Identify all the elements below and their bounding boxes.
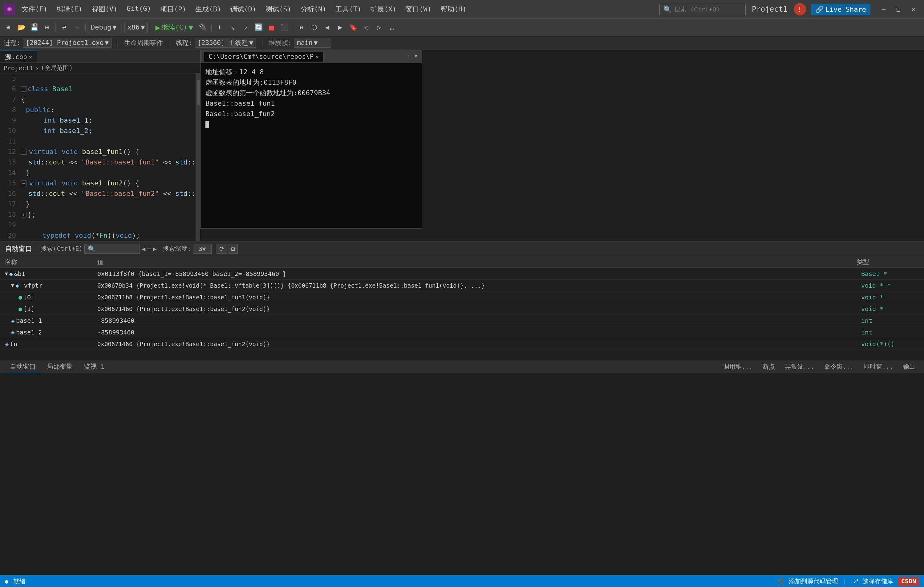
menu-view[interactable]: 视图(V) [87, 3, 122, 15]
tab-auto-window[interactable]: 自动窗口 [5, 360, 41, 373]
exceptions-button[interactable]: 异常设... [781, 361, 818, 372]
menu-bar: 文件(F) 编辑(E) 视图(V) Git(G) 项目(P) 生成(B) 调试(… [17, 3, 470, 15]
menu-tools[interactable]: 工具(T) [331, 3, 366, 15]
depth-input[interactable]: 3 ▼ [193, 244, 211, 254]
row-name: &b1 [14, 270, 25, 277]
console-line-3: 虚函数表的第一个函数地址为:00679B34 [205, 88, 417, 98]
debug-config-dropdown[interactable]: Debug ▼ [88, 22, 119, 33]
editor-tab-close-icon[interactable]: ✕ [29, 54, 32, 60]
tab-local-vars[interactable]: 局部变量 [42, 360, 78, 373]
search-nav-next2[interactable]: ▶ [153, 245, 157, 252]
row-icon: ● [18, 294, 22, 301]
tab-watch-1[interactable]: 监视 1 [79, 360, 109, 373]
console-cursor-line [205, 119, 417, 130]
menu-help[interactable]: 帮助(H) [436, 3, 471, 15]
live-share-button[interactable]: 🔗 Live Share [811, 4, 870, 15]
breakpoints-button[interactable]: 断点 [759, 361, 779, 372]
search-nav-prev[interactable]: ◀ [142, 245, 145, 252]
exception-button[interactable]: ⬡ [309, 21, 320, 33]
toolbar-redo-button[interactable]: ↪ [71, 21, 83, 33]
menu-build[interactable]: 生成(B) [191, 3, 226, 15]
process-dropdown[interactable]: [20244] Project1.exe ▼ [23, 38, 112, 48]
back-button[interactable]: ◀ [322, 21, 333, 33]
toolbar-open-button[interactable]: 📂 [15, 21, 27, 33]
bookmark-next-button[interactable]: ▷ [373, 21, 385, 33]
menu-extensions[interactable]: 扩展(X) [366, 3, 401, 15]
immediate-window-button[interactable]: 即时窗... [860, 361, 897, 372]
row-type-fn: void(*)() [856, 340, 924, 348]
expand-triangle-icon[interactable]: ▼ [5, 271, 8, 277]
expand-triangle-icon[interactable]: ▼ [11, 282, 14, 288]
console-chevron-icon[interactable]: ▾ [414, 52, 418, 61]
row-name-1: ● [1] [0, 305, 92, 313]
forward-button[interactable]: ▶ [335, 21, 346, 33]
auto-window-title: 自动窗口 [5, 244, 32, 254]
row-icon: ◈ [11, 317, 15, 324]
select-repo-button[interactable]: ⎇ 选择存储库 [851, 577, 893, 585]
table-row: ◈ fn 0x00671460 {Project1.exe!Base1::bas… [0, 338, 924, 350]
console-tab[interactable]: C:\Users\Cmf\source\repos\P ✕ [204, 52, 323, 62]
toolbar-save-button[interactable]: 💾 [28, 21, 40, 33]
search-input[interactable]: 🔍 [84, 244, 140, 254]
console-add-button[interactable]: ＋ [405, 52, 411, 61]
menu-analyze[interactable]: 分析(N) [296, 3, 331, 15]
search-nav-next[interactable]: ─ [147, 245, 151, 252]
toolbar-undo-button[interactable]: ↩ [58, 21, 70, 33]
window-maximize-button[interactable]: □ [891, 3, 906, 15]
callstack-button[interactable]: 调用堆... [719, 361, 756, 372]
breakpoint-button[interactable]: ⊖ [296, 21, 307, 33]
live-share-icon: 🔗 [815, 5, 823, 13]
bookmark-prev-button[interactable]: ◁ [360, 21, 372, 33]
thread-dropdown[interactable]: [23560] 主线程 ▼ [195, 38, 256, 48]
refresh-button[interactable]: ⟳ [216, 244, 227, 254]
command-window-button[interactable]: 命令窗... [820, 361, 858, 372]
collapse-icon[interactable]: ─ [21, 180, 26, 186]
collapse-icon[interactable]: ─ [21, 149, 26, 155]
code-line: public: [21, 105, 200, 115]
menu-project[interactable]: 项目(P) [156, 3, 191, 15]
menu-file[interactable]: 文件(F) [17, 3, 52, 15]
console-close-icon[interactable]: ✕ [315, 54, 319, 60]
restart-button[interactable]: 🔄 [253, 21, 264, 33]
row-name-vfptr: ▼ ◆ _vfptr [0, 282, 92, 289]
stack-value: main [297, 39, 313, 46]
stack-dropdown[interactable]: main ▼ [294, 38, 331, 48]
status-bar: ● 就绪 ➕ 添加到源代码管理 | ⎇ 选择存储库 CSDN [0, 575, 924, 587]
expand-button[interactable]: ⊞ [229, 244, 238, 254]
continue-button[interactable]: ▶ 继续(C) ▼ [153, 23, 196, 32]
menu-test[interactable]: 测试(S) [261, 3, 296, 15]
table-row: ▼ ◆ _vfptr 0x00679b34 {Project1.exe!void… [0, 280, 924, 291]
step-out-button[interactable]: ↗ [240, 21, 252, 33]
step-into-button[interactable]: ↘ [227, 21, 239, 33]
thread-chevron-icon: ▼ [249, 39, 253, 46]
stop-button[interactable]: ■ [266, 21, 277, 33]
bookmark-button[interactable]: 🔖 [347, 21, 359, 33]
console-line-2: 虚函数表的地址为:0113F8F0 [205, 77, 417, 88]
console-line-1: 地址偏移：12 4 8 [205, 67, 417, 77]
menu-window[interactable]: 窗口(W) [401, 3, 436, 15]
bookmark-more-button[interactable]: … [386, 21, 398, 33]
toolbar-saveall-button[interactable]: ⊞ [41, 21, 53, 33]
attach-button[interactable]: 🔌 [197, 21, 209, 33]
menu-edit[interactable]: 编辑(E) [52, 3, 87, 15]
platform-dropdown[interactable]: x86 ▼ [124, 22, 147, 33]
col-header-value: 值 [92, 258, 852, 266]
window-minimize-button[interactable]: ─ [876, 3, 891, 15]
toolbar-new-button[interactable]: ⊕ [2, 21, 14, 33]
editor-tab-source[interactable]: 源.cpp ✕ [0, 50, 37, 63]
row-name: [0] [23, 294, 35, 301]
output-button[interactable]: 输出 [899, 361, 919, 372]
continue-chevron-icon: ▼ [188, 23, 193, 32]
row-name: [1] [23, 305, 35, 313]
menu-debug[interactable]: 调试(D) [226, 3, 261, 15]
row-type-vfptr: void * * [856, 282, 924, 289]
diagnostic-button[interactable]: ⬛ [279, 21, 290, 33]
step-over-button[interactable]: ⬇ [214, 21, 226, 33]
collapse-icon[interactable]: ─ [21, 86, 26, 92]
menu-git[interactable]: Git(G) [122, 3, 155, 15]
title-search[interactable]: 🔍 搜索 (Ctrl+Q) [660, 4, 746, 15]
add-to-source-control-button[interactable]: ➕ 添加到源代码管理 [777, 577, 838, 585]
code-line: ─ virtual void base1_fun2() { [21, 178, 200, 188]
window-close-button[interactable]: ✕ [906, 3, 920, 15]
process-bar: 进程: [20244] Project1.exe ▼ │ 生命周期事件 │ 线程… [0, 36, 924, 50]
